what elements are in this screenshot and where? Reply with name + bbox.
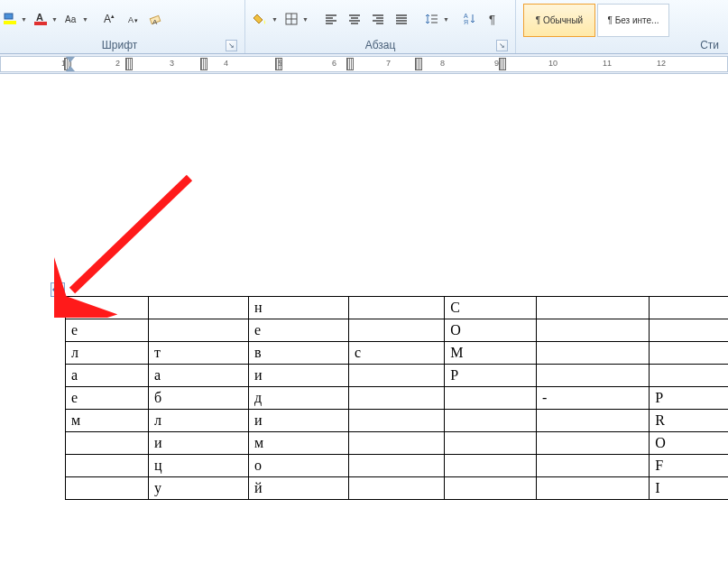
table-cell[interactable]: б <box>148 387 248 410</box>
table-cell[interactable]: I <box>650 477 728 500</box>
ruler-number: 11 <box>603 59 612 68</box>
table-cell[interactable] <box>537 365 650 387</box>
table-cell[interactable] <box>349 297 445 319</box>
first-line-indent-marker[interactable] <box>66 57 75 62</box>
table-cell[interactable] <box>349 455 445 477</box>
horizontal-ruler[interactable]: 123456789101112 <box>0 54 728 74</box>
table-cell[interactable] <box>650 297 728 319</box>
font-dialog-launcher[interactable]: ↘ <box>226 40 237 51</box>
grow-font-button[interactable]: A▴ <box>99 10 119 28</box>
table-cell[interactable]: у <box>148 477 248 500</box>
align-right-button[interactable] <box>368 10 388 28</box>
sort-button[interactable]: АЯ <box>460 10 480 28</box>
table-cell[interactable]: Р <box>650 387 728 410</box>
table-row: ааиР <box>66 365 729 387</box>
table-cell[interactable] <box>537 297 650 319</box>
table-cell[interactable] <box>349 365 445 387</box>
ruler-column-marker[interactable] <box>125 58 133 70</box>
hanging-indent-marker[interactable] <box>66 66 75 71</box>
change-case-button[interactable]: Aa ▼ <box>61 10 88 28</box>
ruler-column-marker[interactable] <box>200 58 207 70</box>
table-cell[interactable] <box>148 319 248 342</box>
table-cell[interactable]: т <box>148 342 248 365</box>
table-cell[interactable] <box>349 477 445 500</box>
table-cell[interactable]: е <box>66 387 149 410</box>
shading-button[interactable]: ▼ <box>251 10 278 28</box>
table-cell[interactable]: и <box>249 365 349 387</box>
table-cell[interactable]: м <box>249 432 349 455</box>
table-cell[interactable] <box>349 387 445 410</box>
table-cell[interactable] <box>537 410 650 432</box>
table-cell[interactable] <box>349 410 445 432</box>
ruler-column-marker[interactable] <box>275 58 282 70</box>
table-cell[interactable]: а <box>148 365 248 387</box>
align-justify-button[interactable] <box>392 10 411 28</box>
table-cell[interactable]: л <box>148 410 248 432</box>
table-cell[interactable]: ц <box>148 455 248 477</box>
ruler-number: 2 <box>115 59 120 68</box>
ruler-column-marker[interactable] <box>415 58 422 70</box>
ruler-column-marker[interactable] <box>346 58 354 70</box>
document-table[interactable]: ДнСееОлтвсМааиРебд-РмлиRимOцоFуйI <box>65 296 728 500</box>
clear-formatting-button[interactable]: A <box>146 10 166 28</box>
table-cell[interactable]: М <box>445 342 537 365</box>
table-cell[interactable] <box>66 477 149 500</box>
table-cell[interactable]: с <box>349 342 445 365</box>
table-cell[interactable]: С <box>445 297 537 319</box>
align-center-button[interactable] <box>345 10 364 28</box>
table-cell[interactable]: F <box>650 455 728 477</box>
show-marks-button[interactable]: ¶ <box>484 10 503 28</box>
table-cell[interactable] <box>537 319 650 342</box>
document-area[interactable]: ДнСееОлтвсМааиРебд-РмлиRимOцоFуйI <box>0 74 728 564</box>
table-cell[interactable]: е <box>66 319 149 342</box>
font-color-button[interactable]: A ▼ <box>31 10 58 28</box>
style-item-0[interactable]: ¶ Обычный <box>523 4 595 37</box>
table-cell[interactable]: н <box>249 297 349 319</box>
table-cell[interactable]: й <box>249 477 349 500</box>
ruler-number: 6 <box>332 59 336 68</box>
table-cell[interactable] <box>445 410 537 432</box>
table-cell[interactable] <box>537 477 650 500</box>
shrink-font-button[interactable]: A▾ <box>123 10 143 28</box>
table-cell[interactable] <box>349 319 445 342</box>
highlight-color-button[interactable]: ▼ <box>0 10 27 28</box>
svg-rect-0 <box>5 14 13 19</box>
ruler-column-marker[interactable] <box>499 58 506 70</box>
table-cell[interactable] <box>349 432 445 455</box>
borders-button[interactable]: ▼ <box>281 10 309 28</box>
table-cell[interactable] <box>445 432 537 455</box>
table-cell[interactable]: и <box>148 432 248 455</box>
table-cell[interactable] <box>445 387 537 410</box>
table-cell[interactable]: м <box>66 410 149 432</box>
line-spacing-button[interactable]: ▼ <box>422 10 449 28</box>
style-item-1[interactable]: ¶ Без инте... <box>597 4 669 37</box>
table-cell[interactable]: - <box>537 387 650 410</box>
table-cell[interactable] <box>650 342 728 365</box>
ribbon: ▼ A ▼ Aa ▼ A▴ A▾ A Шри <box>0 0 728 54</box>
table-cell[interactable] <box>66 455 149 477</box>
table-cell[interactable]: д <box>249 387 349 410</box>
table-cell[interactable] <box>537 342 650 365</box>
table-row: имO <box>66 432 729 455</box>
table-cell[interactable] <box>445 455 537 477</box>
table-cell[interactable] <box>537 432 650 455</box>
table-cell[interactable]: л <box>66 342 149 365</box>
table-cell[interactable] <box>66 432 149 455</box>
table-cell[interactable]: в <box>249 342 349 365</box>
table-cell[interactable] <box>445 477 537 500</box>
table-cell[interactable]: о <box>249 455 349 477</box>
table-cell[interactable] <box>650 365 728 387</box>
ruler-number: 4 <box>224 59 228 68</box>
table-cell[interactable]: Р <box>445 365 537 387</box>
table-cell[interactable]: O <box>650 432 728 455</box>
paragraph-dialog-launcher[interactable]: ↘ <box>496 40 508 51</box>
table-cell[interactable]: а <box>66 365 149 387</box>
sort-icon: АЯ <box>463 12 477 26</box>
table-cell[interactable]: и <box>249 410 349 432</box>
table-cell[interactable] <box>650 319 728 342</box>
table-cell[interactable] <box>537 455 650 477</box>
table-cell[interactable]: е <box>249 319 349 342</box>
table-cell[interactable]: О <box>445 319 537 342</box>
align-left-button[interactable] <box>321 10 341 28</box>
table-cell[interactable]: R <box>650 410 728 432</box>
